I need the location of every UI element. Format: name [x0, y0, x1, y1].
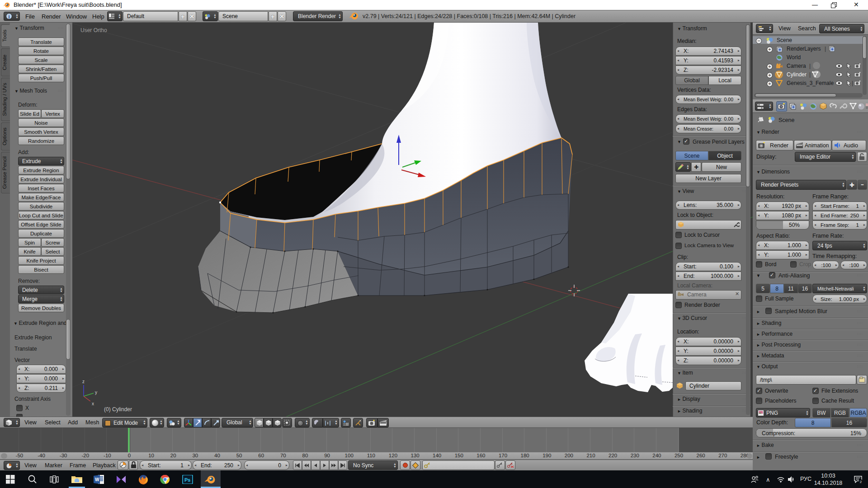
svg-text:Ps: Ps: [184, 477, 190, 483]
svg-text:z: z: [82, 379, 85, 384]
svg-text:User Ortho: User Ortho: [80, 27, 107, 33]
svg-text:y: y: [95, 390, 97, 395]
svg-text:W: W: [95, 477, 99, 482]
svg-text:2: 2: [860, 480, 862, 483]
svg-text:x: x: [92, 401, 94, 406]
svg-text:(0) Cylinder: (0) Cylinder: [104, 406, 132, 413]
